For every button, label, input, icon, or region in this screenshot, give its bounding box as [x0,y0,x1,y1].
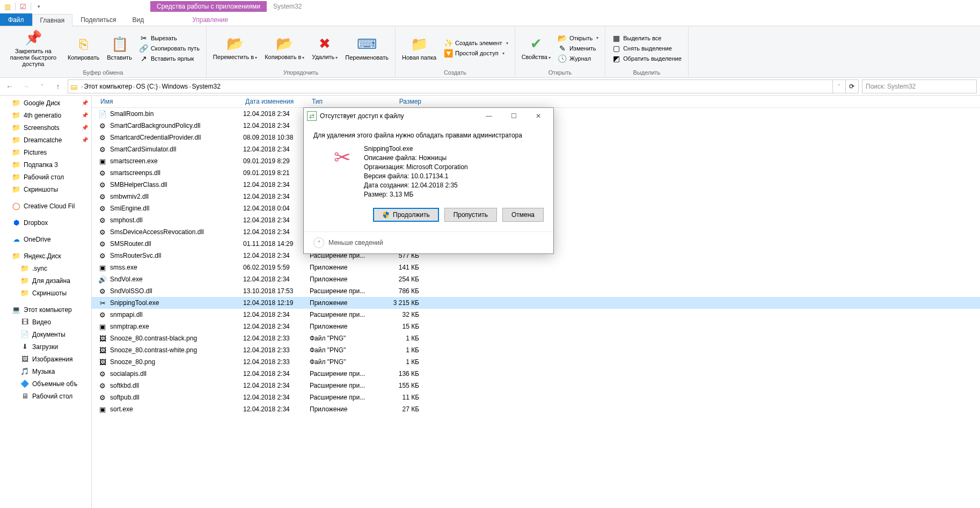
sidebar-item[interactable]: 🎵Музыка [0,365,91,378]
properties-button[interactable]: ✔ Свойства▾ [520,34,553,62]
cut-button[interactable]: ✂Вырезать [137,33,202,43]
crumb[interactable]: System32 [192,83,220,90]
tab-home[interactable]: Главная [32,14,73,26]
dialog-close-button[interactable]: ✕ [526,108,550,124]
sidebar-item[interactable]: 📁Скриншоты [0,287,91,299]
group-open-label: Открыть [520,69,601,76]
sidebar-item[interactable]: 📁Рабочий стол [0,171,91,183]
breadcrumb-dropdown[interactable]: ˅ [832,79,846,93]
dialog-maximize-button[interactable]: ☐ [502,108,525,124]
tab-manage[interactable]: Управление [184,13,236,26]
sidebar-item[interactable]: ⬢Dropbox [0,216,91,229]
new-item-button[interactable]: ✨Создать элемент▾ [442,38,510,48]
tab-share[interactable]: Поделиться [72,13,124,26]
forward-button[interactable]: → [19,80,32,93]
file-row[interactable]: ▣smss.exe06.02.2019 5:59Приложение141 КБ [92,262,980,273]
tab-file[interactable]: Файл [0,13,32,26]
nav-tree[interactable]: 📁Google Диск📌📁4th generatio📌📁Screenshots… [0,96,92,508]
crumb[interactable]: OS (C:) [136,83,158,90]
file-row[interactable]: ⚙softkbd.dll12.04.2018 2:34Расширение пр… [92,380,980,391]
qat-chevron-icon[interactable]: ▾ [34,2,43,11]
collapse-icon[interactable]: ˄ [313,237,324,248]
col-size[interactable]: Размер [378,98,421,105]
open-icon: 📂 [558,34,567,42]
file-row[interactable]: 🖼Snooze_80.contrast-black.png12.04.2018 … [92,332,980,344]
sidebar-item[interactable]: ☁OneDrive [0,233,91,245]
copy-path-icon: 🔗 [140,44,148,53]
file-row[interactable]: ⚙socialapis.dll12.04.2018 2:34Расширение… [92,368,980,380]
new-folder-button[interactable]: 📁 Новая папка [400,35,438,62]
refresh-button[interactable]: ⟳ [845,79,859,93]
continue-button[interactable]: Продолжить [373,208,439,222]
back-button[interactable]: ← [3,80,16,93]
sidebar-item[interactable]: 📁Подпапка 3 [0,158,91,171]
sidebar-item[interactable]: 📁Screenshots📌 [0,121,91,134]
sidebar-item[interactable]: 📁Google Диск📌 [0,97,91,109]
pin-button[interactable]: 📌 Закрепить на панели быстрого доступа [4,28,62,68]
group-organize-label: Упорядочить [211,69,391,76]
sidebar-item[interactable]: 📁Яндекс.Диск [0,250,91,262]
skip-button[interactable]: Пропустить [444,208,497,222]
file-row[interactable]: 🖼Snooze_80.contrast-white.png12.04.2018 … [92,344,980,356]
column-headers[interactable]: Имя Дата изменения Тип Размер [92,96,980,108]
sidebar-item[interactable]: 🔷Объемные объ [0,378,91,390]
group-clipboard-label: Буфер обмена [4,69,202,76]
dialog-minimize-button[interactable]: — [477,108,501,124]
file-row[interactable]: ▣snmptrap.exe12.04.2018 2:34Приложение15… [92,321,980,332]
paste-shortcut-button[interactable]: ↗Вставить ярлык [137,54,202,63]
qat-properties-icon[interactable]: ☑ [19,2,27,11]
sidebar-item[interactable]: 📁Для дизайна [0,274,91,287]
history-button[interactable]: 🕓Журнал [556,54,601,63]
sidebar-item[interactable]: 🖥Рабочий стол [0,390,91,402]
folder-icon: ⬢ [12,219,20,227]
copy-to-button[interactable]: 📂 Копировать в▾ [262,34,306,62]
dialog-title: Отсутствует доступ к файлу [320,112,404,120]
sidebar-item[interactable]: 📁.sync [0,262,91,274]
sidebar-item[interactable]: 🎞Видео [0,316,91,328]
invert-selection-button[interactable]: ◩Обратить выделение [610,54,684,63]
file-row[interactable]: ⚙softpub.dll12.04.2018 2:34Расширение пр… [92,391,980,403]
sidebar-item[interactable]: ◯Creative Cloud Fil [0,200,91,212]
col-name[interactable]: Имя [92,98,245,105]
rename-button[interactable]: ⌨ Переименовать [343,35,391,62]
sidebar-item[interactable]: 📁4th generatio📌 [0,109,91,121]
col-date[interactable]: Дата изменения [245,98,312,105]
select-none-button[interactable]: ▢Снять выделение [610,43,684,53]
sidebar-item[interactable]: 💻Этот компьютер [0,303,91,316]
breadcrumb[interactable]: 🖴›Этот компьютер›OS (C:)›Windows›System3… [68,79,833,93]
select-all-button[interactable]: ▦Выделить все [610,33,684,43]
search-input[interactable]: Поиск: System32 [862,79,977,93]
recent-dropdown[interactable]: ˅ [35,80,48,93]
file-row[interactable]: ✂SnippingTool.exe12.04.2018 12:19Приложе… [92,297,980,309]
cancel-button[interactable]: Отмена [502,208,544,222]
file-icon: ▣ [98,405,107,413]
easy-access-button[interactable]: 🔽Простой доступ▾ [442,48,510,58]
sidebar-item[interactable]: 📁Скриншоты [0,183,91,195]
paste-button[interactable]: 📋 Вставить [105,35,134,62]
crumb[interactable]: Windows [162,83,188,90]
sidebar-item[interactable]: 📁Dreamcatche📌 [0,134,91,146]
less-details-link[interactable]: Меньше сведений [328,239,383,246]
copy-button[interactable]: ⎘ Копировать [65,35,101,62]
file-row[interactable]: 🔊SndVol.exe12.04.2018 2:34Приложение254 … [92,273,980,285]
edit-button[interactable]: ✎Изменить [556,43,601,53]
file-row[interactable]: ⚙SndVolSSO.dll13.10.2018 17:53Расширение… [92,285,980,297]
file-row[interactable]: ▣sort.exe12.04.2018 2:34Приложение27 КБ [92,403,980,415]
copy-path-button[interactable]: 🔗Скопировать путь [137,43,202,53]
delete-button[interactable]: ✖ Удалить▾ [310,34,340,62]
sidebar-item[interactable]: 📄Документы [0,328,91,340]
up-button[interactable]: ↑ [52,80,64,93]
snipping-tool-icon: ✂ [330,144,355,170]
move-to-button[interactable]: 📂 Переместить в▾ [211,34,259,62]
tab-view[interactable]: Вид [124,13,152,26]
col-type[interactable]: Тип [312,98,378,105]
folder-icon: 🖼 [20,355,29,364]
sidebar-item[interactable]: ⬇Загрузки [0,340,91,353]
open-button[interactable]: 📂Открыть▾ [556,33,601,43]
edit-icon: ✎ [558,44,567,53]
sidebar-item[interactable]: 🖼Изображения [0,353,91,365]
file-row[interactable]: ⚙snmpapi.dll12.04.2018 2:34Расширение пр… [92,309,980,321]
sidebar-item[interactable]: 📁Pictures [0,146,91,158]
crumb[interactable]: Этот компьютер [84,83,132,90]
file-row[interactable]: 🖼Snooze_80.png12.04.2018 2:33Файл "PNG"1… [92,356,980,368]
